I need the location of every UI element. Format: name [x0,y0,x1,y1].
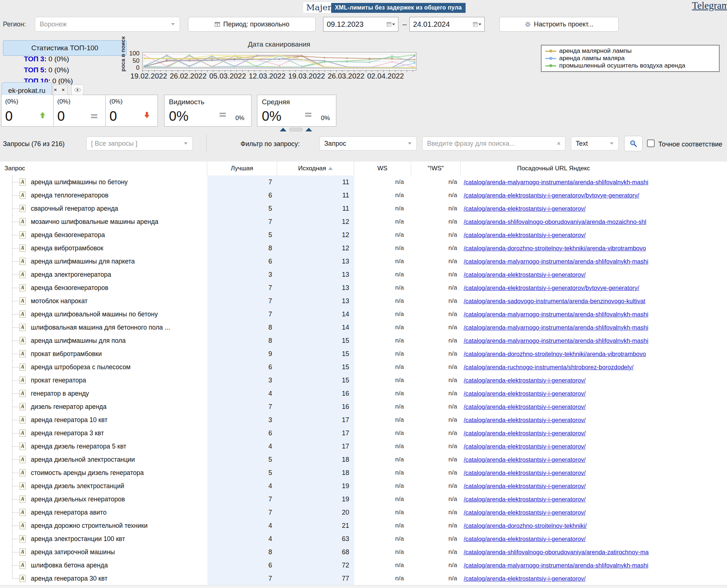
query-cell[interactable]: A аренда электростанции 100 квт [0,532,207,545]
telegram-link[interactable]: Telegram [692,0,727,11]
landing-url-link[interactable]: /catalog/arenda-sadovogo-instrumenta/are… [464,298,645,304]
query-cell[interactable]: A аренда штробореза с пылесосом [0,360,207,374]
table-row[interactable]: A шлифовальная машина для бетонного пола… [0,321,727,334]
search-phrase-input[interactable] [423,139,557,148]
table-row[interactable]: A аренда вибротрамбовок 8 12 n/a n/a /ca… [0,242,727,255]
landing-url-link[interactable]: /catalog/arenda-dorozhno-stroitelnoy-tek… [464,351,646,357]
landing-url-link[interactable]: /catalog/arenda-elektrostantsiy-i-genera… [464,377,586,384]
table-row[interactable]: A генератор в аренду 4 16 n/a n/a /catal… [0,387,727,400]
column-query[interactable]: Запрос [0,161,207,175]
column-best[interactable]: Лучшая [207,161,277,175]
landing-url-link[interactable]: /catalog/arenda-elektrostantsiy-i-genera… [464,390,586,397]
filter-field-dropdown[interactable]: Запрос [319,137,417,150]
landing-url-link[interactable]: /catalog/arenda-malyarnogo-instrumenta/a… [464,337,648,344]
query-cell[interactable]: A аренда генератора 3 квт [0,427,207,440]
table-row[interactable]: A аренда генератора 3 квт 6 17 n/a n/a /… [0,427,727,440]
project-tab[interactable]: ek-prokat.ru [1,82,52,95]
table-row[interactable]: A сварочный генератор аренда 5 11 n/a n/… [0,202,727,215]
query-cell[interactable]: A аренда шлифмашины по бетону [0,175,207,189]
table-row[interactable]: A аренда шлифмашины по бетону 7 11 n/a n… [0,175,727,189]
landing-url-link[interactable]: /catalog/arenda-shlifovalnogo-oborudovan… [464,218,646,225]
table-row[interactable]: A аренда генератора 10 квт 3 17 n/a n/a … [0,413,727,427]
landing-url-link[interactable]: /catalog/arenda-elektrostantsiy-i-genera… [464,430,586,436]
landing-url-link[interactable]: /catalog/arenda-elektrostantsiy-i-genera… [464,192,639,199]
landing-url-link[interactable]: /catalog/arenda-elektrostantsiy-i-genera… [464,575,586,582]
landing-url-link[interactable]: /catalog/arenda-elektrostantsiy-i-genera… [464,271,586,278]
exact-match-checkbox[interactable] [647,139,655,147]
landing-url-link[interactable]: /catalog/arenda-elektrostantsiy-i-genera… [464,443,586,450]
table-row[interactable]: A аренда теплогенераторов 6 11 n/a n/a /… [0,189,727,202]
query-cell[interactable]: A стоимость аренды дизель генератора [0,466,207,479]
table-row[interactable]: A аренда дорожно строительной техники 4 … [0,519,727,532]
column-initial[interactable]: Исходная [277,161,354,175]
landing-url-link[interactable]: /catalog/arenda-dorozhno-stroitelnoy-tek… [464,245,646,251]
splitter-handle[interactable] [289,128,303,131]
calendar-dropdown-icon[interactable] [387,22,395,27]
column-ws[interactable]: WS [354,161,411,175]
table-row[interactable]: A аренда генератора авито 7 20 n/a n/a /… [0,506,727,519]
region-dropdown[interactable]: Воронеж [35,17,180,32]
query-cell[interactable]: A шлифовальная машина для бетонного пола… [0,321,207,334]
landing-url-link[interactable]: /catalog/arenda-ruchnogo-instrumenta/sht… [464,364,633,370]
query-cell[interactable]: A аренда электрогенератора [0,268,207,281]
landing-url-link[interactable]: /catalog/arenda-elektrostantsiy-i-genera… [464,417,586,423]
query-cell[interactable]: A мотоблок напрокат [0,294,207,308]
table-row[interactable]: A аренда дизельной электростанции 5 18 n… [0,453,727,466]
landing-url-link[interactable]: /catalog/arenda-shlifovalnogo-oborudovan… [464,549,649,555]
table-row[interactable]: A аренда электрогенератора 3 13 n/a n/a … [0,268,727,281]
table-row[interactable]: A аренда шлифмашины для паркета 6 13 n/a… [0,255,727,268]
landing-url-link[interactable]: /catalog/arenda-malyarnogo-instrumenta/a… [464,562,648,569]
table-row[interactable]: A аренда шлифмашины для пола 8 15 n/a n/… [0,334,727,347]
collapse-arrow-icon[interactable] [280,128,286,131]
table-row[interactable]: A дизель генератор аренда 7 16 n/a n/a /… [0,400,727,413]
table-row[interactable]: A шлифовка бетона аренда 6 72 n/a n/a /c… [0,559,727,572]
landing-url-link[interactable]: /catalog/arenda-malyarnogo-instrumenta/a… [464,311,648,317]
table-row[interactable]: A аренда электростанции 100 квт 4 63 n/a… [0,532,727,545]
table-row[interactable]: A аренда шлифовальной машины по бетону 7… [0,308,727,321]
query-cell[interactable]: A прокат вибротрамбовки [0,347,207,360]
column-iws[interactable]: "!WS" [411,161,461,175]
query-cell[interactable]: A аренда генератора 10 квт [0,413,207,427]
xml-limits-banner[interactable]: XML-лимиты без задержек из общего пула [331,3,466,13]
scan-history-chart[interactable] [142,52,416,70]
table-row[interactable]: A прокат генератора 3 15 n/a n/a /catalo… [0,374,727,387]
search-button[interactable] [624,136,643,151]
query-cell[interactable]: A аренда теплогенераторов [0,189,207,202]
table-row[interactable]: A стоимость аренды дизель генератора 5 1… [0,466,727,479]
query-cell[interactable]: A аренда генератора авито [0,506,207,519]
query-cell[interactable]: A аренда шлифовальной машины по бетону [0,308,207,321]
date-to-field[interactable]: 24.01.2024 [409,17,485,32]
table-row[interactable]: A аренда дизель электростанций 4 19 n/a … [0,479,727,493]
table-row[interactable]: A аренда генератора 30 квт 7 77 n/a n/a … [0,572,727,585]
table-row[interactable]: A аренда дизель генератора 5 квт 4 17 n/… [0,440,727,453]
calendar-dropdown-icon[interactable] [473,22,481,27]
landing-url-link[interactable]: /catalog/arenda-elektrostantsiy-i-genera… [464,403,586,410]
table-row[interactable]: A аренда бензогенераторов 7 13 n/a n/a /… [0,281,727,294]
match-type-dropdown[interactable]: Text [571,137,619,150]
query-cell[interactable]: A шлифовка бетона аренда [0,559,207,572]
period-button[interactable]: 5 Период: произвольно [188,17,316,32]
query-cell[interactable]: A аренда генератора 30 квт [0,572,207,585]
query-cell[interactable]: A аренда дизельных генераторов [0,493,207,506]
tab-close-buttons[interactable]: × × [53,84,68,95]
landing-url-link[interactable]: /catalog/arenda-elektrostantsiy-i-genera… [464,469,586,476]
landing-url-link[interactable]: /catalog/arenda-malyarnogo-instrumenta/a… [464,179,648,185]
table-row[interactable]: A мотоблок напрокат 7 13 n/a n/a /catalo… [0,294,727,308]
query-cell[interactable]: A мозаично шлифовальные машины аренда [0,215,207,228]
top100-stats-button[interactable]: Статистика ТОП-100 [3,40,127,56]
query-cell[interactable]: A аренда шлифмашины для пола [0,334,207,347]
query-cell[interactable]: A аренда вибротрамбовок [0,242,207,255]
query-cell[interactable]: A генератор в аренду [0,387,207,400]
landing-url-link[interactable]: /catalog/arenda-elektrostantsiy-i-genera… [464,536,586,542]
query-cell[interactable]: A дизель генератор аренда [0,400,207,413]
table-row[interactable]: A прокат вибротрамбовки 9 15 n/a n/a /ca… [0,347,727,360]
table-row[interactable]: A мозаично шлифовальные машины аренда 7 … [0,215,727,228]
query-cell[interactable]: A аренда шлифмашины для паркета [0,255,207,268]
query-cell[interactable]: A аренда дизель электростанций [0,479,207,493]
landing-url-link[interactable]: /catalog/arenda-elektrostantsiy-i-genera… [464,205,586,212]
landing-url-link[interactable]: /catalog/arenda-dorozhno-stroitelnoy-tek… [464,522,587,529]
query-cell[interactable]: A аренда затирочной машины [0,545,207,559]
date-from-field[interactable]: 09.12.2023 [323,17,398,32]
table-row[interactable]: A аренда бензогенератора 5 12 n/a n/a /c… [0,228,727,242]
clear-icon[interactable]: × [557,140,561,148]
